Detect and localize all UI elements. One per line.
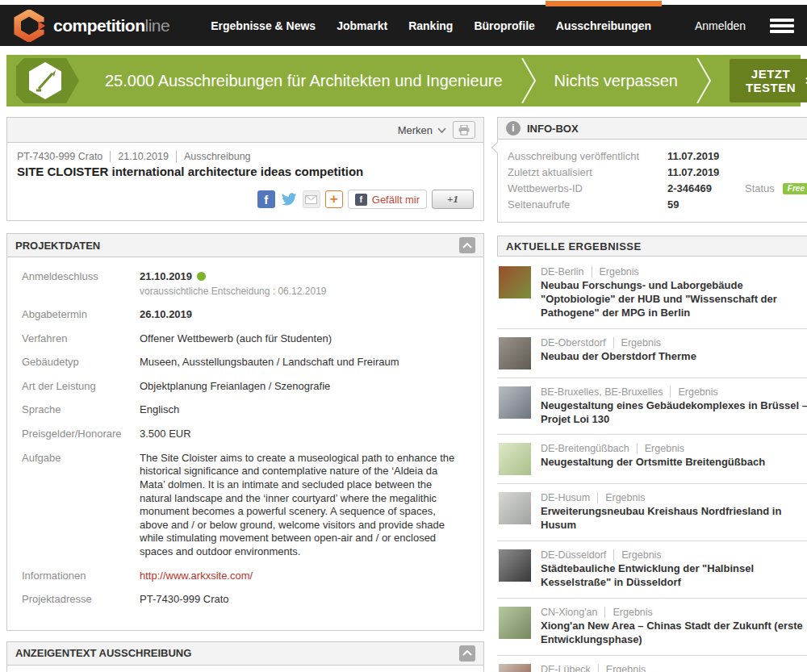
nav-item-ranking[interactable]: Ranking	[401, 15, 460, 36]
nav-item-jobmarkt[interactable]: Jobmarkt	[329, 15, 395, 36]
brand-wordmark: competitionline	[53, 16, 169, 35]
breadcrumb: PT-7430-999 Crato 21.10.2019 Ausschreibu…	[17, 151, 474, 162]
anzeigentext-header: ANZEIGENTEXT AUSSCHREIBUNG	[7, 642, 483, 666]
google-plusone-button[interactable]: +1	[432, 190, 474, 209]
infobox-header: i INFO-BOX	[498, 118, 807, 140]
deadline-status-dot	[197, 272, 206, 281]
anzeigentext-panel: ANZEIGENTEXT AUSSCHREIBUNG Liegt nicht v…	[6, 641, 484, 672]
login-link[interactable]: Anmelden	[688, 15, 752, 36]
printer-icon	[458, 125, 470, 136]
result-item[interactable]: DE-Lübeck Ergebnis Neubau eines Hotels a…	[497, 655, 807, 672]
projektdaten-panel: PROJEKTDATEN Anmeldeschluss 21.10.2019 v…	[6, 233, 484, 631]
nav-item-bueroprofile[interactable]: Büroprofile	[466, 15, 541, 36]
result-list: DE-Berlin Ergebnis Neubau Forschungs- un…	[497, 258, 807, 672]
projektdaten-rows: Anmeldeschluss 21.10.2019 voraussichtlic…	[7, 257, 483, 630]
project-data-row: Preisgelder/Honorare 3.500 EUR	[17, 428, 459, 441]
listing-toolbar: Merken	[7, 118, 483, 143]
twitter-bird-icon	[281, 191, 297, 207]
infobox-panel: i INFO-BOX Ausschreibung veröffentlicht …	[497, 117, 807, 223]
page-title: SITE CLOISTER international architecture…	[17, 165, 474, 178]
banner-headline: 25.000 Ausschreibungen für Architekten u…	[105, 72, 503, 90]
result-thumbnail	[499, 386, 531, 419]
status-badge: Free	[783, 183, 807, 194]
top-navigation: competitionline Ergebnisse & NewsJobmark…	[0, 5, 807, 46]
nav-item-ergebnisse-news[interactable]: Ergebnisse & News	[203, 15, 323, 36]
infobox-rows: Ausschreibung veröffentlicht 11.07.2019 …	[498, 140, 807, 222]
anzeigentext-body: Liegt nicht vor.	[7, 666, 483, 672]
project-data-row: Sprache Englisch	[17, 403, 459, 417]
jetzt-testen-button[interactable]: JETZT TESTEN	[730, 59, 807, 102]
facebook-like-button[interactable]: f Gefällt mir	[348, 190, 427, 209]
result-item[interactable]: DE-Husum Ergebnis Erweiterungsneubau Kre…	[497, 483, 807, 541]
result-thumbnail	[499, 607, 531, 639]
email-share-icon[interactable]	[303, 190, 320, 208]
result-item[interactable]: DE-Düsseldorf Ergebnis Städtebauliche En…	[497, 541, 807, 598]
result-thumbnail	[499, 337, 531, 369]
project-data-row: Abgabetermin 26.10.2019	[17, 308, 459, 322]
result-item[interactable]: DE-Breitengüßbach Ergebnis Neugestaltung…	[497, 434, 807, 483]
print-button[interactable]	[453, 121, 475, 139]
collapse-projektdaten-button[interactable]	[459, 237, 475, 253]
external-link[interactable]: http://www.arkxsite.com/	[140, 570, 253, 582]
result-thumbnail	[499, 492, 531, 524]
main-menu: Ergebnisse & NewsJobmarktRankingBüroprof…	[203, 15, 659, 36]
result-thumbnail	[499, 266, 531, 298]
social-share-row: f + f Gefällt	[17, 190, 474, 209]
twitter-share-icon[interactable]	[280, 190, 298, 208]
competitionline-logo-icon	[13, 10, 45, 42]
facebook-mini-icon: f	[355, 194, 367, 206]
share-plus-icon[interactable]: +	[325, 190, 343, 208]
project-data-row: Projektadresse PT-7430-999 Crato	[17, 593, 459, 607]
project-data-row: Art der Leistung Objektplanung Freianlag…	[17, 380, 459, 394]
result-item[interactable]: CN-Xiong'an Ergebnis Xiong'an New Area –…	[497, 598, 807, 655]
project-data-row: Anmeldeschluss 21.10.2019 voraussichtlic…	[17, 270, 459, 298]
infobox-row: Ausschreibung veröffentlicht 11.07.2019	[508, 150, 807, 162]
infobox-row: Zuletzt aktualisiert 11.07.2019	[508, 166, 807, 178]
hamburger-menu-icon[interactable]	[770, 16, 794, 35]
chevron-up-icon	[462, 650, 472, 656]
banner-divider-chevron	[696, 58, 712, 103]
nav-item-ausschreibungen[interactable]: Ausschreibungen	[549, 15, 659, 36]
banner-tagline: Nichts verpassen	[554, 72, 678, 90]
result-thumbnail	[499, 664, 531, 672]
collapse-anzeigentext-button[interactable]	[459, 645, 475, 662]
facebook-share-icon[interactable]: f	[257, 190, 275, 208]
result-item[interactable]: BE-Bruxelles, BE-Bruxelles Ergebnis Neug…	[497, 378, 807, 435]
project-data-row: Gebäudetyp Museen, Ausstellungsbauten / …	[17, 356, 459, 369]
result-thumbnail	[499, 549, 531, 582]
brand-logo[interactable]: competitionline	[13, 10, 169, 42]
project-data-row: Verfahren Offener Wettbewerb (auch für S…	[17, 332, 459, 346]
info-icon: i	[506, 121, 521, 136]
banner-divider-chevron	[521, 58, 537, 103]
infobox-row: Wettbewerbs-ID 2-346469 Status Free	[508, 182, 807, 194]
infobox-row: Seitenaufrufe 59	[508, 198, 807, 211]
listing-header-panel: Merken PT-7430-999 Crato 21.10.201	[6, 117, 484, 221]
result-item[interactable]: DE-Berlin Ergebnis Neubau Forschungs- un…	[497, 258, 807, 328]
project-data-row: Aufgabe The Site Cloister aims to create…	[17, 452, 459, 559]
result-item[interactable]: DE-Oberstdorf Ergebnis Neubau der Oberst…	[497, 328, 807, 378]
project-data-row: Informationen http://www.arkxsite.com/	[17, 570, 459, 583]
promo-banner: 25.000 Ausschreibungen für Architekten u…	[6, 55, 801, 106]
envelope-icon	[305, 195, 317, 204]
result-thumbnail	[499, 443, 531, 475]
aktuelle-ergebnisse-header: AKTUELLE ERGEBNISSE	[497, 236, 807, 257]
merken-button[interactable]: Merken	[398, 124, 446, 136]
chevron-up-icon	[462, 243, 472, 248]
banner-badge-icon	[16, 58, 84, 103]
projektdaten-header: PROJEKTDATEN	[7, 234, 483, 257]
chevron-down-icon	[437, 127, 446, 133]
